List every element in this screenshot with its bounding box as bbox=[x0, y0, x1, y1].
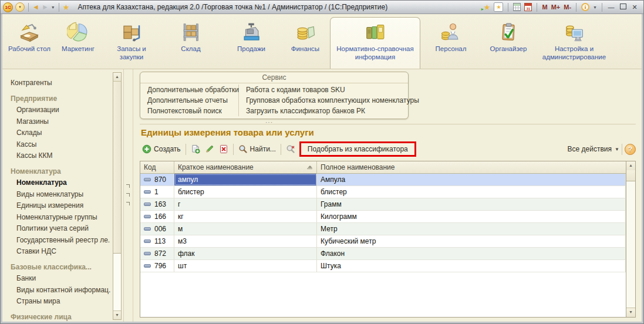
help-button[interactable]: ? bbox=[625, 144, 636, 155]
scroll-down-icon[interactable]: ▼ bbox=[626, 308, 635, 317]
ribbon-section[interactable]: Финансы bbox=[281, 17, 330, 69]
service-command-link[interactable]: Дополнительные обработки bbox=[147, 85, 238, 95]
ribbon-section[interactable]: Склад bbox=[160, 17, 222, 69]
sidebar-item[interactable]: Магазины bbox=[11, 116, 110, 128]
table-row[interactable]: 163 г Грамм bbox=[140, 198, 626, 211]
copy-button[interactable] bbox=[188, 143, 203, 156]
cell-short-name[interactable]: шт bbox=[174, 260, 317, 272]
close-button[interactable]: ✕ bbox=[630, 4, 639, 11]
cell-short-name[interactable]: г bbox=[174, 198, 317, 210]
cell-short-name[interactable]: блистер bbox=[174, 186, 317, 198]
cell-code[interactable]: 1 bbox=[140, 186, 174, 198]
ribbon-section[interactable]: Персонал bbox=[420, 17, 481, 69]
scroll-down-icon[interactable]: ▼ bbox=[113, 310, 121, 319]
cell-code[interactable]: 113 bbox=[140, 235, 174, 247]
memory-button-m-plus[interactable]: M+ bbox=[551, 4, 561, 11]
sidebar-splitter[interactable] bbox=[123, 69, 133, 322]
history-dropdown-icon[interactable]: ▼ bbox=[51, 5, 55, 9]
table-scrollbar[interactable]: ▲ ▼ bbox=[626, 161, 635, 317]
cell-code[interactable]: 796 bbox=[140, 260, 174, 272]
column-header-full-name[interactable]: Полное наименование bbox=[317, 161, 626, 173]
sidebar-item[interactable]: Ставки НДС bbox=[11, 246, 110, 258]
cell-code[interactable]: 166 bbox=[140, 211, 174, 222]
sidebar-item[interactable]: Виды контактной информац... bbox=[11, 285, 110, 296]
cell-short-name[interactable]: м3 bbox=[174, 235, 317, 247]
sidebar-item[interactable]: Контрагенты bbox=[11, 77, 110, 89]
create-button[interactable]: Создать bbox=[140, 143, 183, 156]
cell-full-name[interactable]: блистер bbox=[317, 186, 626, 198]
horizontal-splitter[interactable]: ··· bbox=[140, 121, 636, 124]
sidebar-item[interactable]: Политики учета серий bbox=[11, 223, 110, 235]
cell-full-name[interactable]: Метр bbox=[317, 223, 626, 235]
add-favorite-icon[interactable]: ★▸ bbox=[484, 3, 491, 12]
find-button[interactable]: Найти... bbox=[236, 143, 278, 156]
sidebar-item[interactable]: Единицы измерения bbox=[11, 200, 110, 212]
table-row[interactable]: 796 шт Штука bbox=[140, 260, 626, 272]
delete-button[interactable] bbox=[217, 143, 231, 156]
service-command-link[interactable]: Дополнительные отчеты bbox=[147, 95, 238, 106]
service-command-link[interactable]: Работа с кодами товаров SKU bbox=[246, 85, 419, 95]
scroll-up-icon[interactable]: ▲ bbox=[626, 161, 635, 171]
info-dropdown-icon[interactable]: ▼ bbox=[593, 5, 597, 9]
ribbon-section[interactable]: Продажи bbox=[222, 17, 281, 69]
memory-button-m[interactable]: M bbox=[542, 4, 547, 11]
table-row[interactable]: 166 кг Килограмм bbox=[140, 211, 626, 223]
cell-code[interactable]: 870 bbox=[140, 174, 174, 185]
table-row[interactable]: 1 блистер блистер bbox=[140, 186, 626, 198]
calendar-icon[interactable]: 31 bbox=[524, 3, 532, 11]
cell-short-name[interactable]: флак bbox=[174, 248, 317, 259]
sidebar-item[interactable]: Кассы ККМ bbox=[11, 150, 110, 162]
ribbon-section[interactable]: Органайзер bbox=[481, 17, 535, 69]
cell-short-name[interactable]: кг bbox=[174, 211, 317, 222]
show-favorites-icon[interactable]: ★ bbox=[494, 2, 503, 12]
ribbon-section[interactable]: Нормативно-справочная информация bbox=[330, 17, 420, 69]
main-menu-button[interactable]: ▼ bbox=[15, 2, 25, 12]
minimize-button[interactable]: — bbox=[607, 4, 615, 11]
memory-button-m-minus[interactable]: M- bbox=[564, 4, 571, 11]
edit-button[interactable] bbox=[203, 143, 217, 156]
ribbon-section[interactable]: Настройка и администрирование bbox=[535, 17, 613, 69]
cell-short-name[interactable]: ампул bbox=[174, 174, 317, 185]
cell-full-name[interactable]: Кубический метр bbox=[317, 235, 626, 247]
sidebar-item[interactable]: Страны мира bbox=[11, 296, 110, 308]
scrollbar-thumb[interactable] bbox=[113, 82, 121, 254]
forward-button[interactable]: ► bbox=[42, 4, 49, 11]
back-button[interactable]: ◄ bbox=[32, 4, 39, 11]
scroll-up-icon[interactable]: ▲ bbox=[113, 73, 121, 82]
cell-code[interactable]: 006 bbox=[140, 223, 174, 235]
pick-from-classifier-button[interactable]: Подобрать из классификатора bbox=[301, 143, 414, 155]
clear-find-button[interactable] bbox=[284, 143, 298, 156]
maximize-button[interactable] bbox=[619, 4, 627, 11]
service-command-link[interactable]: Полнотекстовый поиск bbox=[147, 106, 238, 116]
cell-full-name[interactable]: Ампула bbox=[317, 174, 626, 185]
cell-code[interactable]: 872 bbox=[140, 248, 174, 259]
ribbon-section[interactable]: Маркетинг bbox=[53, 17, 103, 69]
favorites-star-icon[interactable]: ★ bbox=[63, 3, 70, 12]
sidebar-item[interactable]: Организации bbox=[11, 104, 110, 116]
column-header-short-name[interactable]: Краткое наименование bbox=[174, 161, 317, 173]
table-row[interactable]: 006 м Метр bbox=[140, 223, 626, 235]
sidebar-item[interactable]: Банки bbox=[11, 273, 110, 285]
service-command-link[interactable]: Загрузить классификатор банков РК bbox=[246, 106, 419, 116]
cell-full-name[interactable]: Флакон bbox=[317, 248, 626, 259]
app-logo-icon[interactable]: 1С bbox=[3, 2, 13, 12]
cell-full-name[interactable]: Грамм bbox=[317, 198, 626, 210]
scrollbar-thumb[interactable] bbox=[626, 170, 635, 181]
sidebar-item[interactable]: Номенклатурные группы bbox=[11, 212, 110, 224]
cell-full-name[interactable]: Штука bbox=[317, 260, 626, 272]
table-row[interactable]: 872 флак Флакон bbox=[140, 248, 626, 260]
sidebar-item[interactable]: Кассы bbox=[11, 139, 110, 151]
sidebar-item[interactable]: Государственный реестр ле... bbox=[11, 235, 110, 247]
info-icon[interactable]: i bbox=[581, 3, 589, 11]
ribbon-section[interactable]: Запасы и закупки bbox=[103, 17, 160, 69]
table-row[interactable]: 113 м3 Кубический метр bbox=[140, 235, 626, 248]
service-command-link[interactable]: Групповая обработка комплектующих номенк… bbox=[246, 95, 419, 106]
cell-full-name[interactable]: Килограмм bbox=[317, 211, 626, 222]
sidebar-item[interactable]: Виды номенклатуры bbox=[11, 189, 110, 201]
ribbon-section[interactable]: Рабочий стол bbox=[6, 17, 53, 69]
sidebar-scrollbar[interactable]: ▲ ▼ bbox=[113, 72, 122, 320]
calculator-icon[interactable] bbox=[513, 3, 521, 11]
cell-short-name[interactable]: м bbox=[174, 223, 317, 235]
sidebar-item[interactable]: Склады bbox=[11, 127, 110, 139]
all-actions-button[interactable]: Все действия ▼ bbox=[568, 145, 619, 153]
